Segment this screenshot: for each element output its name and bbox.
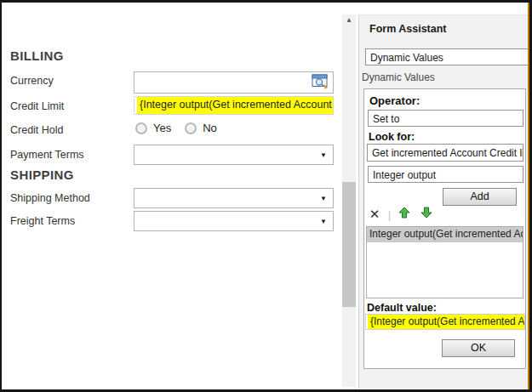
form-assistant-tool-select[interactable]: Dynamic Values (365, 48, 528, 65)
move-down-button[interactable] (419, 207, 434, 221)
look-for-entity-select[interactable]: Get incremented Account Credit limit (367, 144, 523, 162)
credit-hold-label: Credit Hold (10, 124, 64, 136)
shipping-method-label: Shipping Method (10, 192, 90, 204)
shipping-section-header: SHIPPING (10, 168, 74, 182)
dynamic-values-section-label: Dynamic Values (362, 71, 435, 83)
operator-label: Operator: (369, 94, 420, 107)
currency-label: Currency (10, 75, 54, 87)
window-border-left (0, 0, 2, 392)
lookup-icon (312, 74, 329, 92)
form-assistant-title: Form Assistant (369, 23, 447, 35)
crm-form-editor-window: BILLING Currency Credit Limit {Integer o… (0, 0, 532, 392)
scroll-up-arrow-icon[interactable]: ▲ (342, 16, 356, 24)
shipping-method-value (134, 192, 138, 204)
credit-hold-yes-label: Yes (153, 122, 171, 134)
credit-hold-no-radio[interactable] (185, 122, 197, 134)
list-item-selected[interactable]: Integer output(Get incremented Account C… (367, 227, 523, 242)
scrollbar-thumb[interactable] (342, 182, 356, 307)
chevron-down-icon: ▼ (320, 151, 327, 159)
operator-select[interactable]: Set to (368, 110, 523, 127)
currency-field[interactable] (134, 71, 334, 94)
freight-terms-label: Freight Terms (10, 215, 75, 227)
chevron-down-icon: ▼ (320, 218, 327, 225)
move-up-button[interactable] (397, 207, 412, 221)
credit-limit-field[interactable]: {Integer output(Get incremented Account … (134, 96, 334, 115)
look-for-label: Look for: (369, 131, 415, 143)
default-value-field[interactable]: {Integer output(Get incremented Account … (365, 314, 525, 330)
freight-terms-select[interactable]: ▼ (134, 211, 334, 231)
look-for-attribute-value: Integer output (373, 169, 436, 181)
currency-lookup-button[interactable] (309, 74, 331, 91)
look-for-attribute-select[interactable]: Integer output (368, 166, 523, 183)
credit-hold-no-label: No (203, 122, 217, 134)
credit-limit-label: Credit Limit (10, 100, 64, 112)
default-value-label: Default value: (367, 302, 437, 314)
payment-terms-value (134, 149, 138, 161)
currency-value (134, 77, 138, 88)
chevron-down-icon: ▼ (320, 195, 327, 202)
credit-hold-radio-group: Yes No (135, 122, 217, 134)
move-up-icon (398, 207, 410, 222)
credit-hold-yes-radio[interactable] (135, 122, 147, 134)
add-button[interactable]: Add (443, 188, 517, 206)
ok-button[interactable]: OK (442, 339, 515, 357)
default-value-text: {Integer output(Get incremented Account … (368, 315, 524, 329)
look-for-entity-value: Get incremented Account Credit limit (372, 147, 523, 159)
toolbar-separator: | (388, 209, 391, 221)
billing-section-header: BILLING (10, 48, 64, 63)
delete-item-button[interactable]: ✕ (367, 207, 382, 221)
payment-terms-label: Payment Terms (10, 149, 84, 161)
move-down-icon (420, 207, 432, 222)
credit-limit-value: {Integer output(Get incremented Account … (137, 97, 333, 114)
payment-terms-select[interactable]: ▼ (134, 145, 334, 165)
delete-icon: ✕ (369, 208, 380, 220)
dynamic-values-groupbox: Operator: Set to Look for: Get increment… (363, 88, 526, 369)
window-border-top (0, 0, 532, 3)
form-assistant-panel: Form Assistant Dynamic Values Dynamic Va… (358, 14, 528, 389)
shipping-method-select[interactable]: ▼ (134, 188, 334, 208)
freight-terms-value (134, 215, 138, 227)
operator-value: Set to (373, 113, 399, 125)
tool-select-value: Dynamic Values (370, 52, 443, 64)
dynamic-values-listbox[interactable]: Integer output(Get incremented Account C… (366, 226, 523, 298)
